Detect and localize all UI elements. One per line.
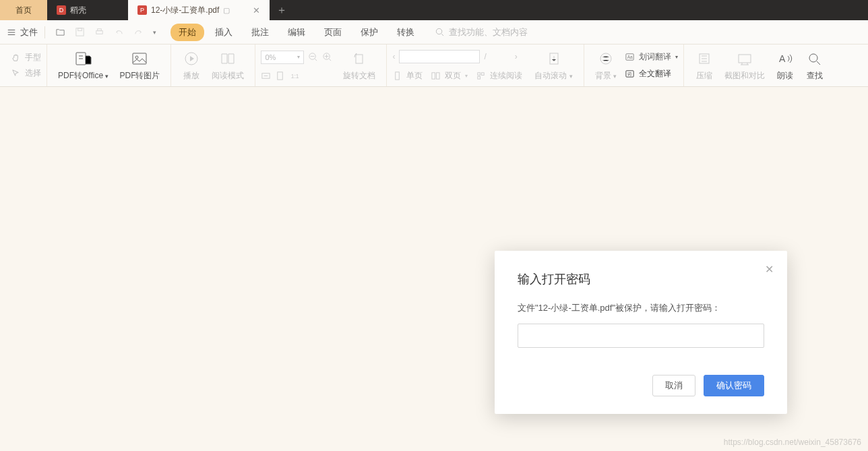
- new-tab-button[interactable]: ＋: [270, 0, 294, 20]
- double-page-icon: [431, 71, 441, 81]
- hand-tool[interactable]: 手型: [11, 52, 41, 63]
- page-layout-row: 单页 双页▾ 连续阅读: [392, 70, 522, 82]
- tab-window-icon[interactable]: ▢: [223, 6, 230, 15]
- double-page-label[interactable]: 双页: [445, 70, 461, 82]
- auto-scroll-icon: [545, 50, 563, 67]
- pdf-to-office[interactable]: PDF转Office ▾: [53, 47, 114, 84]
- read-aloud-icon: A: [776, 50, 795, 67]
- cancel-button-label: 取消: [665, 380, 683, 392]
- screenshot-label: 截图和对比: [724, 70, 765, 82]
- tab-file-active[interactable]: P 12-小绿-工资单.pdf ▢ ✕: [128, 0, 270, 20]
- zoom-value: 0%: [265, 53, 276, 61]
- print-icon[interactable]: [91, 24, 108, 40]
- rotate-label: 旋转文档: [343, 70, 375, 82]
- watermark: https://blog.csdn.net/weixin_45873676: [724, 438, 861, 447]
- undo-icon[interactable]: [111, 24, 127, 40]
- tab-shell[interactable]: D 稻壳: [47, 0, 128, 20]
- page-input[interactable]: [399, 50, 480, 63]
- screenshot-compare[interactable]: 截图和对比: [719, 47, 770, 84]
- tab-home[interactable]: 首页: [0, 0, 47, 20]
- svg-rect-2: [96, 31, 102, 34]
- pdf-file-icon: P: [137, 5, 147, 15]
- svg-rect-14: [356, 55, 363, 63]
- svg-rect-15: [396, 71, 400, 79]
- zoom-in-icon[interactable]: [322, 52, 332, 62]
- play-button[interactable]: 播放: [177, 47, 206, 84]
- menutab-start[interactable]: 开始: [170, 24, 204, 41]
- menutab-convert[interactable]: 转换: [389, 24, 423, 41]
- file-menu[interactable]: 文件: [7, 26, 38, 38]
- read-mode[interactable]: 阅读模式: [206, 47, 249, 84]
- rotate-doc[interactable]: 旋转文档: [338, 47, 381, 84]
- confirm-password-button[interactable]: 确认密码: [704, 375, 764, 396]
- open-icon[interactable]: [52, 24, 69, 40]
- single-page-label[interactable]: 单页: [406, 70, 423, 82]
- password-input[interactable]: [518, 324, 764, 348]
- svg-rect-6: [133, 53, 146, 64]
- auto-scroll-label: 自动滚动: [534, 71, 567, 80]
- hamburger-icon: [7, 28, 16, 37]
- pdf-to-image[interactable]: PDF转图片: [114, 47, 165, 84]
- save-icon[interactable]: [71, 24, 88, 40]
- svg-rect-28: [739, 55, 751, 63]
- menutab-page[interactable]: 页面: [316, 24, 350, 41]
- confirm-button-label: 确认密码: [716, 380, 751, 392]
- chevron-down-icon: ▾: [569, 73, 573, 80]
- background-label: 背景: [595, 71, 611, 80]
- compress[interactable]: 压缩: [689, 47, 719, 84]
- search-placeholder: 查找功能、文档内容: [449, 26, 528, 38]
- read-mode-icon: [218, 50, 237, 67]
- pdf-to-image-icon: [130, 50, 149, 67]
- chevron-down-icon: ▾: [297, 54, 300, 60]
- tab-bar: 首页 D 稻壳 P 12-小绿-工资单.pdf ▢ ✕ ＋: [0, 0, 868, 20]
- pdf-to-office-icon: [74, 50, 93, 67]
- svg-rect-16: [432, 72, 435, 78]
- zoom-out-icon[interactable]: [308, 52, 318, 62]
- word-translate[interactable]: Aa划词翻译▾: [625, 51, 678, 63]
- auto-scroll[interactable]: 自动滚动 ▾: [529, 47, 578, 84]
- chevron-down-icon: ▾: [613, 73, 617, 80]
- continuous-label[interactable]: 连续阅读: [490, 70, 522, 82]
- fit-page-icon[interactable]: [275, 71, 285, 81]
- quick-access-dropdown-icon[interactable]: ▾: [150, 26, 160, 38]
- menutab-annotate[interactable]: 批注: [243, 24, 277, 41]
- dialog-close-icon[interactable]: ✕: [765, 263, 774, 276]
- zoom-select[interactable]: 0%▾: [261, 51, 304, 64]
- read-aloud[interactable]: A 朗读: [770, 47, 800, 84]
- redo-icon[interactable]: [130, 24, 147, 40]
- select-tool[interactable]: 选择: [11, 67, 41, 79]
- svg-point-22: [600, 53, 611, 64]
- svg-rect-17: [437, 72, 440, 78]
- menutab-edit[interactable]: 编辑: [280, 24, 313, 41]
- svg-rect-20: [478, 76, 480, 79]
- find-icon: [805, 50, 824, 67]
- read-mode-label: 阅读模式: [212, 70, 244, 82]
- svg-text:A: A: [779, 53, 786, 64]
- menu-bar: 文件 ▾ 开始 插入 批注 编辑 页面 保护 转换 查找功能、文档内容: [0, 20, 868, 44]
- search-box[interactable]: 查找功能、文档内容: [435, 26, 528, 38]
- tab-close-icon[interactable]: ✕: [253, 5, 260, 16]
- pdf-to-image-label: PDF转图片: [119, 70, 160, 82]
- prev-page-icon[interactable]: ‹: [392, 52, 395, 61]
- single-page-icon: [392, 71, 402, 81]
- pdf-to-office-label: PDF转Office: [58, 71, 103, 80]
- cancel-button[interactable]: 取消: [652, 375, 695, 396]
- next-page-icon[interactable]: ›: [515, 52, 518, 61]
- shell-icon: D: [57, 5, 66, 15]
- background[interactable]: 背景 ▾: [590, 47, 622, 84]
- tab-file-label: 12-小绿-工资单.pdf: [151, 5, 219, 16]
- find[interactable]: 查找: [800, 47, 830, 84]
- svg-text:1:1: 1:1: [291, 73, 299, 80]
- actual-size-icon[interactable]: 1:1: [289, 71, 299, 81]
- ribbon: 手型 选择 PDF转Office ▾ PDF转图片 播放 阅读模式 0%▾: [0, 44, 868, 87]
- separator: [44, 26, 45, 38]
- hand-tool-label: 手型: [25, 52, 41, 63]
- full-translate-label: 全文翻译: [639, 68, 671, 80]
- fit-width-icon[interactable]: [261, 71, 271, 81]
- tab-home-label: 首页: [16, 5, 32, 16]
- full-translate[interactable]: 词全文翻译: [625, 68, 678, 80]
- menutab-insert[interactable]: 插入: [207, 24, 241, 41]
- menutab-protect[interactable]: 保护: [352, 24, 386, 41]
- menu-tabs: 开始 插入 批注 编辑 页面 保护 转换: [170, 24, 423, 41]
- rotate-icon: [350, 50, 369, 67]
